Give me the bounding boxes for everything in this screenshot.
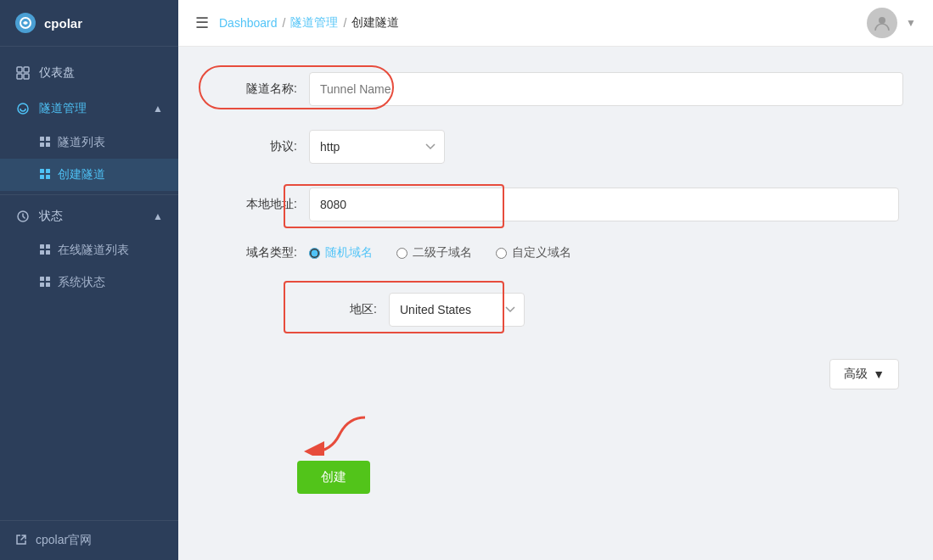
random-domain-label: 随机域名 xyxy=(325,245,373,260)
status-label: 状态 xyxy=(39,209,63,224)
advanced-label: 高级 xyxy=(844,367,868,382)
svg-rect-4 xyxy=(24,74,29,79)
create-tunnel-icon xyxy=(39,168,51,182)
tunnel-name-label: 隧道名称: xyxy=(212,81,297,97)
chevron-up-icon: ▲ xyxy=(153,103,163,115)
avatar xyxy=(867,8,897,38)
svg-rect-18 xyxy=(46,250,50,255)
sidebar-item-dashboard[interactable]: 仪表盘 xyxy=(0,55,178,91)
svg-rect-7 xyxy=(46,137,50,141)
svg-rect-20 xyxy=(46,277,50,281)
system-status-label: 系统状态 xyxy=(58,275,105,290)
tunnel-name-row: 隧道名称: xyxy=(212,72,899,106)
protocol-select[interactable]: http https tcp udp xyxy=(309,130,445,164)
arrow-annotation xyxy=(297,413,899,456)
tunnel-name-input[interactable] xyxy=(309,72,903,106)
svg-rect-19 xyxy=(40,277,44,281)
protocol-row: 协议: http https tcp udp xyxy=(212,130,899,164)
svg-rect-21 xyxy=(40,283,44,287)
svg-rect-17 xyxy=(40,250,44,255)
svg-rect-11 xyxy=(46,169,50,173)
topbar-right: ▼ xyxy=(867,8,916,38)
svg-rect-6 xyxy=(40,137,44,141)
logo-icon xyxy=(15,13,36,33)
topbar: ☰ Dashboard / 隧道管理 / 创建隧道 ▼ xyxy=(178,0,933,47)
local-addr-input[interactable] xyxy=(309,188,899,221)
sidebar-nav: 仪表盘 隧道管理 ▲ 隧道列表 创建隧道 xyxy=(0,47,178,520)
svg-point-23 xyxy=(879,17,885,24)
external-link-icon xyxy=(15,534,27,548)
radio-random-domain[interactable]: 随机域名 xyxy=(309,245,373,260)
dashboard-icon xyxy=(15,65,31,81)
region-label: 地区: xyxy=(309,302,377,317)
avatar-dropdown-icon[interactable]: ▼ xyxy=(906,17,916,29)
domain-type-options: 随机域名 二级子域名 自定义域名 xyxy=(309,245,571,260)
breadcrumb-create-tunnel: 创建隧道 xyxy=(351,15,399,31)
online-tunnels-icon xyxy=(39,244,51,258)
svg-point-5 xyxy=(18,104,28,114)
create-row: 创建 xyxy=(297,461,899,494)
topbar-left: ☰ Dashboard / 隧道管理 / 创建隧道 xyxy=(195,14,399,32)
sidebar-item-status[interactable]: 状态 ▲ xyxy=(0,199,178,234)
svg-rect-16 xyxy=(46,244,50,249)
sidebar-item-create-tunnel[interactable]: 创建隧道 xyxy=(0,159,178,191)
svg-rect-9 xyxy=(46,143,50,147)
sidebar-title: cpolar xyxy=(44,16,82,31)
svg-rect-1 xyxy=(17,67,22,72)
local-addr-section: 本地地址: xyxy=(212,188,899,221)
create-tunnel-label: 创建隧道 xyxy=(58,167,105,182)
radio-subdomain[interactable]: 二级子域名 xyxy=(396,245,472,260)
sidebar-item-tunnel-management[interactable]: 隧道管理 ▲ xyxy=(0,91,178,126)
protocol-label: 协议: xyxy=(212,139,297,154)
svg-rect-13 xyxy=(46,175,50,179)
region-section: 地区: United States China Europe Asia xyxy=(212,284,899,335)
local-addr-label: 本地地址: xyxy=(212,197,297,212)
svg-rect-3 xyxy=(17,74,22,79)
tunnel-list-label: 隧道列表 xyxy=(58,135,105,150)
tunnel-list-icon xyxy=(39,136,51,150)
domain-type-label: 域名类型: xyxy=(212,245,297,260)
tunnel-management-label: 隧道管理 xyxy=(39,101,87,116)
domain-type-row: 域名类型: 随机域名 二级子域名 自定义域名 xyxy=(212,245,899,260)
region-row: 地区: United States China Europe Asia xyxy=(212,284,899,335)
sidebar-item-online-tunnels[interactable]: 在线隧道列表 xyxy=(0,234,178,266)
main-content: ☰ Dashboard / 隧道管理 / 创建隧道 ▼ 隧道名称: xyxy=(178,0,933,560)
radio-custom-domain[interactable]: 自定义域名 xyxy=(496,245,571,260)
breadcrumb-dashboard[interactable]: Dashboard xyxy=(219,16,278,30)
svg-rect-10 xyxy=(40,169,44,173)
content-area: 隧道名称: 协议: http https tcp udp xyxy=(178,47,933,560)
svg-rect-15 xyxy=(40,244,44,249)
region-select[interactable]: United States China Europe Asia xyxy=(389,293,525,327)
advanced-row: 高级 ▼ xyxy=(212,359,899,389)
svg-rect-22 xyxy=(46,283,50,287)
svg-rect-12 xyxy=(40,175,44,179)
tunnel-icon xyxy=(15,101,31,116)
advanced-chevron-icon: ▼ xyxy=(873,367,885,381)
online-tunnels-label: 在线隧道列表 xyxy=(58,243,129,258)
local-addr-row: 本地地址: xyxy=(212,188,899,221)
breadcrumb-sep-2: / xyxy=(343,16,346,30)
sidebar-item-tunnel-list[interactable]: 隧道列表 xyxy=(0,126,178,159)
svg-rect-2 xyxy=(24,67,29,72)
subdomain-label: 二级子域名 xyxy=(413,245,472,260)
chevron-up-icon-status: ▲ xyxy=(153,210,163,222)
hamburger-icon[interactable]: ☰ xyxy=(195,14,209,32)
sidebar-header: cpolar xyxy=(0,0,178,47)
red-arrow-svg xyxy=(297,413,374,456)
create-button[interactable]: 创建 xyxy=(297,461,370,494)
svg-rect-8 xyxy=(40,143,44,147)
sidebar-item-system-status[interactable]: 系统状态 xyxy=(0,266,178,299)
cpolar-website-label: cpolar官网 xyxy=(36,533,92,548)
advanced-button[interactable]: 高级 ▼ xyxy=(829,359,899,389)
system-status-icon xyxy=(39,276,51,290)
sidebar: cpolar 仪表盘 隧道管理 ▲ 隧道 xyxy=(0,0,178,560)
status-icon xyxy=(15,209,31,224)
sidebar-footer-cpolar[interactable]: cpolar官网 xyxy=(0,520,178,560)
dashboard-label: 仪表盘 xyxy=(39,65,75,81)
breadcrumb: Dashboard / 隧道管理 / 创建隧道 xyxy=(219,15,399,31)
breadcrumb-sep-1: / xyxy=(283,16,286,30)
custom-domain-label: 自定义域名 xyxy=(512,245,571,260)
breadcrumb-tunnel-management[interactable]: 隧道管理 xyxy=(290,15,338,31)
